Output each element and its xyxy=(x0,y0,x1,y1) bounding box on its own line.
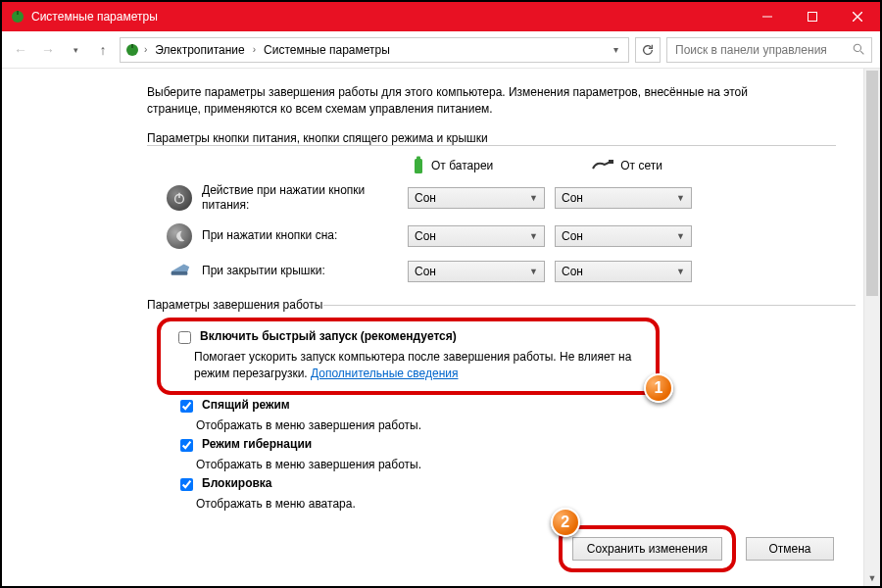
breadcrumb-item-system[interactable]: Системные параметры xyxy=(260,43,394,57)
svg-rect-7 xyxy=(131,44,133,48)
checkbox-fast-startup[interactable] xyxy=(178,331,191,344)
combo-lid-battery[interactable]: Сон▼ xyxy=(408,261,545,282)
search-input[interactable] xyxy=(673,42,849,58)
combo-sleep-ac[interactable]: Сон▼ xyxy=(555,225,692,247)
chevron-down-icon: ▼ xyxy=(676,267,685,276)
row-lid: При закрытии крышки: Сон▼ Сон▼ xyxy=(167,259,836,284)
combo-lid-ac[interactable]: Сон▼ xyxy=(555,261,692,282)
option-lock: Блокировка Отображать в меню аватара. xyxy=(176,476,836,513)
minimize-button[interactable] xyxy=(745,2,790,31)
breadcrumb-icon xyxy=(124,42,140,58)
fast-startup-label: Включить быстрый запуск (рекомендуется) xyxy=(200,329,457,343)
svg-rect-10 xyxy=(415,159,422,173)
row-power-label: Действие при нажатии кнопки питания: xyxy=(202,183,398,214)
hibernate-desc: Отображать в меню завершения работы. xyxy=(196,457,836,473)
app-icon xyxy=(10,9,25,24)
nav-up-button[interactable]: ↑ xyxy=(92,39,114,61)
content: Выберите параметры завершения работы для… xyxy=(2,69,880,586)
row-lid-label: При закрытии крышки: xyxy=(202,264,398,279)
navbar: ← → ▾ ↑ › Электропитание › Системные пар… xyxy=(2,31,880,69)
chevron-right-icon: › xyxy=(253,44,256,55)
svg-line-9 xyxy=(860,51,863,54)
search-icon xyxy=(853,43,865,56)
scroll-area: Выберите параметры завершения работы для… xyxy=(2,69,863,586)
header-battery-label: От батареи xyxy=(431,159,493,172)
checkbox-lock[interactable] xyxy=(180,478,193,491)
option-hibernate: Режим гибернации Отображать в меню завер… xyxy=(176,437,836,473)
nav-back-button[interactable]: ← xyxy=(10,39,31,61)
plug-icon xyxy=(591,159,614,172)
vertical-scrollbar[interactable]: ▲ ▼ xyxy=(863,69,880,586)
svg-rect-1 xyxy=(17,11,19,15)
sleep-desc: Отображать в меню завершения работы. xyxy=(196,417,836,434)
svg-rect-15 xyxy=(172,271,188,275)
section-shutdown-title: Параметры завершения работы xyxy=(147,298,836,312)
breadcrumb-item-power[interactable]: Электропитание xyxy=(151,43,248,57)
nav-recent-button[interactable]: ▾ xyxy=(65,39,86,61)
fast-startup-link[interactable]: Дополнительные сведения xyxy=(311,367,458,380)
scrollbar-thumb[interactable] xyxy=(866,71,878,296)
nav-forward-button[interactable]: → xyxy=(37,39,59,61)
laptop-icon xyxy=(167,259,192,284)
breadcrumb-dropdown[interactable]: ▾ xyxy=(608,44,624,55)
chevron-right-icon: › xyxy=(144,44,147,55)
search-box[interactable] xyxy=(666,37,872,63)
section-buttons-title: Параметры кнопки питания, кнопки спящего… xyxy=(147,131,836,146)
chevron-down-icon: ▼ xyxy=(676,231,685,241)
fast-startup-desc: Помогает ускорить запуск компьютера посл… xyxy=(194,349,642,382)
maximize-button[interactable] xyxy=(790,2,835,31)
lock-desc: Отображать в меню аватара. xyxy=(196,496,836,513)
row-power-button: Действие при нажатии кнопки питания: Сон… xyxy=(167,183,836,214)
window-title: Системные параметры xyxy=(31,10,158,24)
chevron-down-icon: ▼ xyxy=(529,267,538,276)
column-headers: От батареи От сети xyxy=(412,156,836,175)
hibernate-label: Режим гибернации xyxy=(202,437,312,451)
chevron-down-icon: ▼ xyxy=(529,193,538,203)
highlight-fast-startup: Включить быстрый запуск (рекомендуется) … xyxy=(157,318,660,396)
close-button[interactable] xyxy=(835,2,880,31)
cancel-button[interactable]: Отмена xyxy=(746,537,834,561)
svg-rect-12 xyxy=(609,160,613,164)
intro-text: Выберите параметры завершения работы для… xyxy=(147,84,755,118)
checkbox-hibernate[interactable] xyxy=(180,439,193,452)
svg-rect-3 xyxy=(808,13,817,22)
refresh-button[interactable] xyxy=(635,37,661,63)
scroll-down-icon[interactable]: ▼ xyxy=(864,569,880,586)
titlebar: Системные параметры xyxy=(2,2,880,31)
breadcrumb[interactable]: › Электропитание › Системные параметры ▾ xyxy=(120,37,629,63)
chevron-down-icon: ▼ xyxy=(529,231,538,241)
combo-power-battery[interactable]: Сон▼ xyxy=(408,187,545,209)
row-sleep-label: При нажатии кнопки сна: xyxy=(202,228,398,244)
option-sleep: Спящий режим Отображать в меню завершени… xyxy=(176,398,836,434)
header-ac-label: От сети xyxy=(620,159,662,172)
row-sleep-button: При нажатии кнопки сна: Сон▼ Сон▼ xyxy=(167,223,836,249)
lock-label: Блокировка xyxy=(202,476,272,490)
highlight-save: Сохранить изменения 2 xyxy=(559,525,736,572)
moon-icon xyxy=(167,223,192,249)
footer: Сохранить изменения 2 Отмена xyxy=(2,525,863,572)
section-buttons-title-text: Параметры кнопки питания, кнопки спящего… xyxy=(147,131,488,145)
section-shutdown-title-text: Параметры завершения работы xyxy=(147,298,322,312)
battery-icon xyxy=(412,156,425,175)
callout-badge-2: 2 xyxy=(551,508,580,537)
save-button[interactable]: Сохранить изменения xyxy=(572,537,722,561)
combo-power-ac[interactable]: Сон▼ xyxy=(555,187,692,209)
chevron-down-icon: ▼ xyxy=(676,193,685,203)
svg-rect-11 xyxy=(416,156,420,159)
sleep-label: Спящий режим xyxy=(202,398,290,412)
header-ac: От сети xyxy=(591,159,662,172)
power-icon xyxy=(167,185,192,211)
combo-sleep-battery[interactable]: Сон▼ xyxy=(408,225,545,247)
checkbox-sleep[interactable] xyxy=(180,400,193,413)
header-battery: От батареи xyxy=(412,156,493,175)
svg-point-8 xyxy=(854,44,860,51)
